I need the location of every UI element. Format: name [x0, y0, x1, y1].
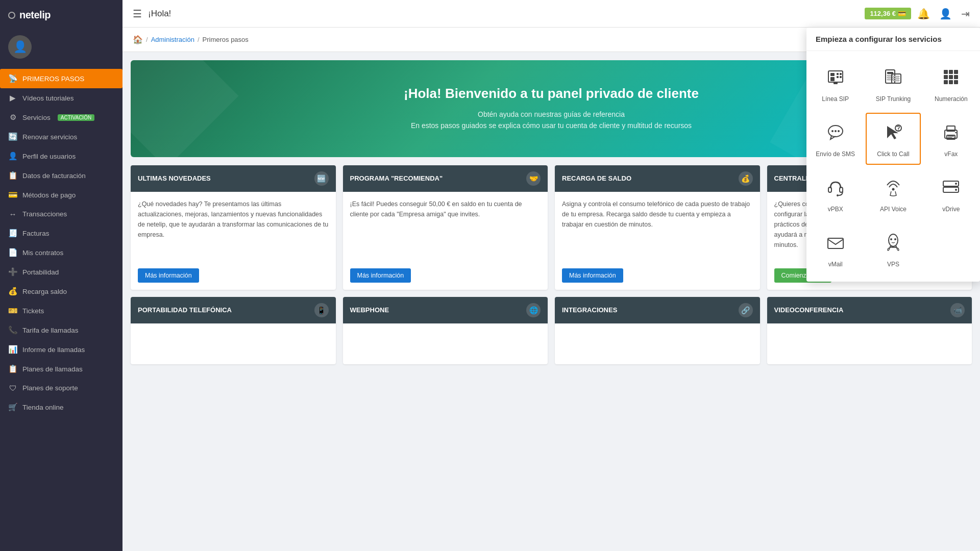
- card2-header-videoconferencia: VIDEOCONFERENCIA 📹: [767, 297, 972, 323]
- sidebar-item-mis-contratos[interactable]: 📄 Mis contratos: [0, 243, 122, 262]
- dropdown-item-linea-sip[interactable]: Línea SIP: [808, 58, 863, 110]
- dropdown-item-vps[interactable]: VPS: [866, 223, 920, 275]
- svg-rect-19: [954, 70, 958, 74]
- nav-label-mis-contratos: Mis contratos: [22, 249, 63, 257]
- nav-icon-tarifa-llamadas: 📞: [8, 325, 17, 335]
- dropdown-item-sip-trunking[interactable]: SIP Trunking: [866, 58, 920, 110]
- nav-icon-planes-llamadas: 📋: [8, 364, 17, 373]
- card-header-icon-recarga-saldo: 💰: [739, 171, 753, 186]
- dropdown-item-numeracion[interactable]: Numeración: [924, 58, 978, 110]
- svg-rect-11: [887, 77, 893, 78]
- sidebar-item-planes-soporte[interactable]: 🛡 Planes de soporte: [0, 379, 122, 397]
- breadcrumb-admin[interactable]: Administración: [151, 36, 194, 43]
- dropdown-grid: Línea SIP SIP Trunking Numeración Envío …: [806, 51, 980, 282]
- sidebar-item-tienda-online[interactable]: 🛒 Tienda online: [0, 397, 122, 417]
- sidebar-item-metodos-pago[interactable]: 💳 Métodos de pago: [0, 185, 122, 205]
- nav-label-renovar-servicios: Renovar servicios: [22, 133, 77, 141]
- logout-icon[interactable]: ⇥: [961, 8, 970, 20]
- dropdown-label-vmail: vMail: [828, 261, 843, 268]
- svg-rect-22: [954, 75, 958, 79]
- nav-icon-informe-llamadas: 📊: [8, 345, 17, 354]
- balance-value: 112,36 €: [870, 10, 896, 17]
- sidebar-item-recarga-saldo[interactable]: 💰 Recarga saldo: [0, 282, 122, 301]
- svg-point-47: [889, 234, 898, 246]
- svg-point-48: [890, 238, 892, 240]
- dropdown-label-click-to-call: Click to Call: [877, 151, 909, 158]
- nav-label-metodos-pago: Métodos de pago: [22, 191, 76, 199]
- svg-rect-17: [944, 70, 948, 74]
- sidebar-item-portabilidad[interactable]: ➕ Portabilidad: [0, 262, 122, 282]
- svg-rect-3: [840, 73, 842, 75]
- card-title-recarga-saldo: RECARGA DE SALDO: [562, 174, 631, 182]
- card-header-recomienda: PROGRAMA "RECOMIENDA" 🤝: [343, 165, 548, 192]
- card2-body-integraciones: [555, 323, 760, 364]
- dropdown-icon-numeracion: [941, 67, 961, 91]
- card2-body-videoconferencia: [767, 323, 972, 364]
- dropdown-item-click-to-call[interactable]: Click to Call: [866, 113, 920, 165]
- svg-rect-7: [834, 82, 838, 84]
- card2-header-icon-videoconferencia: 📹: [950, 303, 965, 317]
- sidebar-item-servicios[interactable]: ⚙ Servicios ACTIVACIÓN: [0, 108, 122, 127]
- card2-webphone: WEBPHONE 🌐: [343, 297, 548, 364]
- sidebar-item-perfil-usuarios[interactable]: 👤 Perfil de usuarios: [0, 146, 122, 166]
- bell-icon[interactable]: 🔔: [917, 8, 930, 20]
- nav-icon-portabilidad: ➕: [8, 267, 17, 277]
- dropdown-icon-envio-sms: [825, 122, 846, 146]
- sidebar-item-datos-facturacion[interactable]: 📋 Datos de facturación: [0, 166, 122, 185]
- dropdown-icon-vpbx: [825, 177, 846, 202]
- nav-icon-perfil-usuarios: 👤: [8, 152, 17, 161]
- dropdown-item-vmail[interactable]: vMail: [808, 223, 863, 275]
- dropdown-title: Empieza a configurar los servicios: [806, 28, 980, 51]
- logo-circle: [8, 12, 15, 19]
- card-btn-recomienda[interactable]: Más información: [350, 268, 411, 283]
- card-header-novedades: ULTIMAS NOVEDADES 🆕: [131, 165, 336, 192]
- svg-rect-18: [949, 70, 953, 74]
- logo-text: netelip: [19, 9, 51, 21]
- nav-label-primeros-pasos: PRIMEROS PASOS: [22, 75, 84, 83]
- sidebar-item-transacciones[interactable]: ↔ Transacciones: [0, 205, 122, 223]
- sidebar-item-renovar-servicios[interactable]: 🔄 Renovar servicios: [0, 127, 122, 146]
- sidebar-item-facturas[interactable]: 🧾 Facturas: [0, 223, 122, 243]
- card-btn-recarga-saldo[interactable]: Más información: [562, 268, 623, 283]
- nav-icon-tickets: 🎫: [8, 306, 17, 315]
- breadcrumb-sep-1: /: [146, 36, 148, 43]
- sidebar-item-primeros-pasos[interactable]: 📡 PRIMEROS PASOS: [0, 69, 122, 88]
- dropdown-icon-vmail: [825, 232, 846, 257]
- breadcrumb-sep-2: /: [198, 36, 200, 43]
- user-icon[interactable]: 👤: [939, 8, 952, 20]
- card-footer-recomienda: Más información: [343, 263, 548, 290]
- card-recarga-saldo: RECARGA DE SALDO 💰 Asigna y controla el …: [555, 165, 760, 290]
- nav-label-portabilidad: Portabilidad: [22, 268, 59, 276]
- svg-rect-4: [837, 76, 839, 78]
- svg-rect-35: [955, 132, 957, 133]
- sidebar-item-planes-llamadas[interactable]: 📋 Planes de llamadas: [0, 359, 122, 379]
- dropdown-icon-click-to-call: [883, 122, 903, 146]
- dropdown-icon-vps: [883, 232, 903, 257]
- svg-rect-1: [830, 73, 835, 76]
- sidebar-item-tarifa-llamadas[interactable]: 📞 Tarifa de llamadas: [0, 320, 122, 340]
- card-btn-novedades[interactable]: Más información: [138, 268, 199, 283]
- card2-title-portabilidad: PORTABILIDAD TELEFÓNICA: [138, 306, 232, 314]
- dropdown-icon-linea-sip: [825, 67, 846, 91]
- sidebar: netelip 👤 📡 PRIMEROS PASOS ▶ Vídeos tuto…: [0, 0, 122, 551]
- sidebar-item-informe-llamadas[interactable]: 📊 Informe de llamadas: [0, 340, 122, 359]
- dropdown-item-api-voice[interactable]: API Voice: [866, 168, 920, 220]
- sidebar-item-videos-tutoriales[interactable]: ▶ Vídeos tutoriales: [0, 88, 122, 108]
- nav-icon-mis-contratos: 📄: [8, 248, 17, 257]
- svg-rect-2: [837, 73, 839, 75]
- dropdown-item-envio-sms[interactable]: Envío de SMS: [808, 113, 863, 165]
- dropdown-item-vdrive[interactable]: vDrive: [924, 168, 978, 220]
- svg-rect-25: [954, 80, 958, 84]
- dropdown-label-vfax: vFax: [944, 151, 958, 158]
- dropdown-item-vfax[interactable]: vFax: [924, 113, 978, 165]
- card-body-novedades: ¿Qué novedades hay? Te presentamos las ú…: [131, 192, 336, 263]
- nav-icon-facturas: 🧾: [8, 229, 17, 238]
- sidebar-item-tickets[interactable]: 🎫 Tickets: [0, 301, 122, 320]
- hamburger-icon[interactable]: ☰: [133, 8, 142, 20]
- card2-integraciones: INTEGRACIONES 🔗: [555, 297, 760, 364]
- card2-title-integraciones: INTEGRACIONES: [562, 306, 617, 314]
- nav-label-tienda-online: Tienda online: [22, 404, 64, 411]
- nav-icon-metodos-pago: 💳: [8, 190, 17, 199]
- dropdown-item-vpbx[interactable]: vPBX: [808, 168, 863, 220]
- home-icon[interactable]: 🏠: [133, 35, 143, 44]
